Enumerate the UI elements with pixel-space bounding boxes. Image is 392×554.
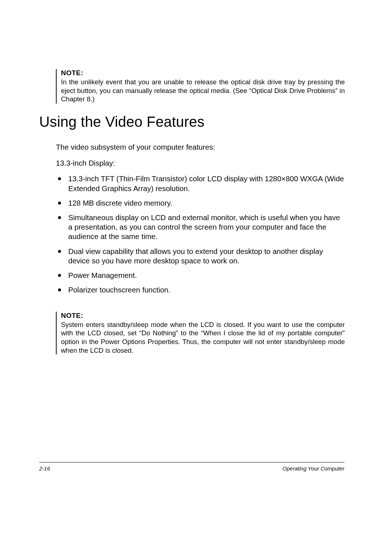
bullet-icon [58, 288, 61, 291]
feature-list: 13.3-inch TFT (Thin-Film Transistor) col… [56, 174, 345, 295]
list-item-text: 13.3-inch TFT (Thin-Film Transistor) col… [68, 174, 345, 193]
list-item-text: Polarizer touchscreen function. [68, 285, 345, 295]
note-label: NOTE: [61, 69, 345, 77]
list-item: Simultaneous display on LCD and external… [56, 213, 345, 242]
list-item: Dual view capability that allows you to … [56, 247, 345, 266]
bullet-icon [58, 177, 61, 180]
list-item-text: Power Management. [68, 271, 345, 280]
list-item: 128 MB discrete video memory. [56, 198, 345, 208]
note-top: NOTE: In the unlikely event that you are… [56, 69, 345, 104]
list-item-text: Simultaneous display on LCD and external… [68, 213, 345, 242]
list-item: Polarizer touchscreen function. [56, 285, 345, 295]
bullet-icon [58, 216, 61, 219]
intro-paragraph: The video subsystem of your computer fea… [56, 142, 345, 152]
list-item: 13.3-inch TFT (Thin-Film Transistor) col… [56, 174, 345, 193]
section-heading: Using the Video Features [39, 114, 345, 130]
page-number: 2-16 [39, 465, 50, 472]
bullet-icon [58, 202, 61, 205]
list-item: Power Management. [56, 271, 345, 280]
footer-rule [39, 462, 344, 462]
note-bottom: NOTE: System enters standby/sleep mode w… [56, 312, 345, 355]
page-footer: 2-16 Operating Your Computer [39, 462, 344, 472]
footer-title: Operating Your Computer [282, 465, 344, 472]
note-label: NOTE: [61, 312, 345, 320]
document-page: NOTE: In the unlikely event that you are… [0, 0, 392, 554]
note-text: In the unlikely event that you are unabl… [61, 78, 345, 104]
bullet-icon [58, 250, 61, 253]
body-content: The video subsystem of your computer fea… [56, 142, 345, 355]
bullet-icon [58, 274, 61, 277]
note-text: System enters standby/sleep mode when th… [61, 320, 345, 355]
list-item-text: 128 MB discrete video memory. [68, 198, 345, 208]
subheading: 13.3-inch Display: [56, 158, 345, 168]
list-item-text: Dual view capability that allows you to … [68, 247, 345, 266]
